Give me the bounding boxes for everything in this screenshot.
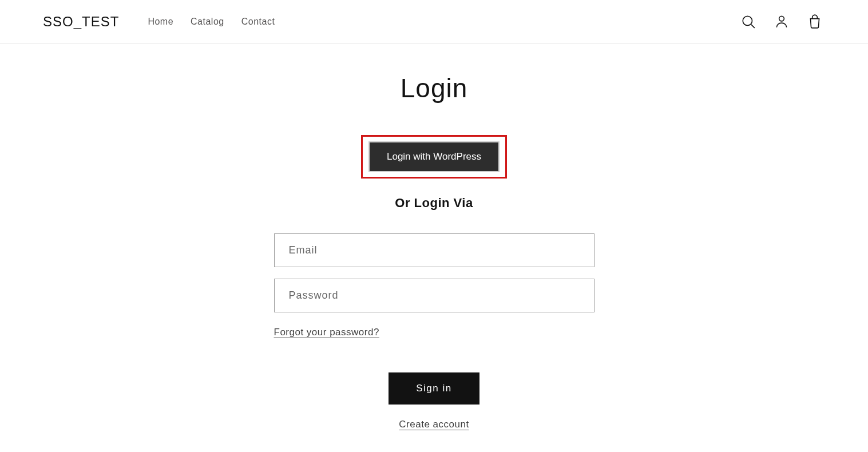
sso-highlight-box: Login with WordPress bbox=[361, 135, 507, 179]
main-content: Login Login with WordPress Or Login Via … bbox=[0, 44, 868, 430]
search-icon bbox=[741, 14, 756, 29]
account-button[interactable] bbox=[771, 11, 792, 32]
search-button[interactable] bbox=[738, 11, 759, 32]
login-wordpress-button[interactable]: Login with WordPress bbox=[368, 141, 500, 172]
nav-catalog[interactable]: Catalog bbox=[191, 17, 224, 27]
header-left: SSO_TEST Home Catalog Contact bbox=[43, 14, 275, 30]
bag-icon bbox=[807, 14, 822, 29]
login-divider-text: Or Login Via bbox=[395, 196, 473, 211]
user-icon bbox=[774, 14, 789, 29]
header-right bbox=[738, 11, 825, 32]
svg-point-2 bbox=[779, 16, 784, 21]
nav-home[interactable]: Home bbox=[148, 17, 173, 27]
create-account-link[interactable]: Create account bbox=[399, 419, 469, 430]
password-field[interactable] bbox=[274, 279, 594, 312]
nav-contact[interactable]: Contact bbox=[241, 17, 275, 27]
forgot-password-link[interactable]: Forgot your password? bbox=[274, 327, 379, 338]
svg-point-0 bbox=[743, 16, 752, 25]
login-form: Forgot your password? Sign in Create acc… bbox=[274, 233, 594, 430]
signin-button[interactable]: Sign in bbox=[389, 372, 479, 405]
page-title: Login bbox=[401, 73, 468, 104]
header: SSO_TEST Home Catalog Contact bbox=[0, 0, 868, 44]
svg-line-1 bbox=[751, 25, 755, 28]
brand-logo[interactable]: SSO_TEST bbox=[43, 14, 119, 30]
email-field[interactable] bbox=[274, 233, 594, 267]
cart-button[interactable] bbox=[804, 11, 825, 32]
main-nav: Home Catalog Contact bbox=[148, 17, 275, 27]
